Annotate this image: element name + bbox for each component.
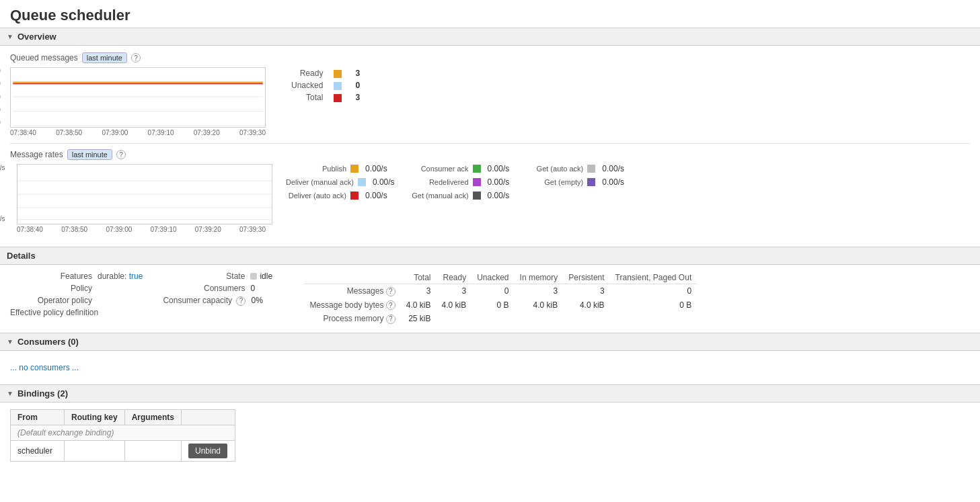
consumers-value: 0	[250, 284, 255, 293]
details-section-header[interactable]: Details	[0, 247, 980, 265]
bindings-routing-key-value	[65, 440, 125, 461]
messages-help-icon[interactable]: ?	[386, 287, 395, 296]
queued-messages-svg	[10, 67, 266, 128]
bindings-col-from: From	[11, 409, 65, 425]
rates-col-1: Publish 0.00/s Deliver (manual ack) 0.00…	[286, 164, 395, 200]
rates-get-manual: Get (manual ack) 0.00/s	[408, 191, 510, 200]
stats-col-ready: Ready	[436, 271, 472, 284]
consumer-capacity-help-icon[interactable]: ?	[236, 296, 246, 306]
state-row: State idle	[163, 271, 284, 281]
rates-col-2: Consumer ack 0.00/s Redelivered 0.00/s G…	[408, 164, 510, 200]
legend-unacked-value: 0	[350, 79, 365, 91]
consumers-section-header[interactable]: ▼ Consumers (0)	[0, 333, 980, 351]
stats-messages-inmemory: 3	[515, 284, 564, 298]
stats-col-total: Total	[401, 271, 437, 284]
rates-publish: Publish 0.00/s	[286, 164, 395, 173]
consumer-ack-color	[473, 165, 481, 173]
legend-ready-row: Ready 3	[286, 67, 365, 79]
message-rates-chart: 1.0 /s 0.0 /s 07:38:4007:38:5007:39:0007…	[10, 164, 266, 233]
effective-policy-row: Effective policy definition	[10, 308, 143, 317]
bindings-unbind-cell: Unbind	[182, 440, 235, 461]
consumer-capacity-row: Consumer capacity ? 0%	[163, 296, 284, 306]
bindings-section-header[interactable]: ▼ Bindings (2)	[0, 384, 980, 403]
rates-deliver-auto: Deliver (auto ack) 0.00/s	[286, 191, 395, 200]
message-rates-help-icon[interactable]: ?	[116, 150, 126, 159]
consumers-arrow-icon: ▼	[7, 338, 13, 345]
stats-col-unacked: Unacked	[472, 271, 514, 284]
message-rates-svg	[17, 164, 272, 224]
stats-col-transient: Transient, Paged Out	[610, 271, 698, 284]
bindings-arguments-value	[124, 440, 181, 461]
stats-messages-label: Messages ?	[304, 284, 400, 298]
msgbytes-help-icon[interactable]: ?	[386, 300, 395, 310]
queued-messages-legend: Ready 3 Unacked 0 Total 3	[286, 67, 365, 103]
bindings-default-row: (Default exchange binding)	[11, 425, 235, 440]
procmem-help-icon[interactable]: ?	[386, 315, 395, 324]
get-auto-color	[587, 165, 595, 173]
rates-legend: Publish 0.00/s Deliver (manual ack) 0.00…	[286, 164, 624, 200]
queued-messages-time-badge[interactable]: last minute	[82, 52, 127, 63]
legend-unacked-color	[328, 79, 350, 91]
bindings-content: From Routing key Arguments (Default exch…	[0, 403, 980, 468]
legend-total-value: 3	[350, 91, 365, 103]
consumers-row: Consumers 0	[163, 284, 284, 293]
stats-messages-ready: 3	[436, 284, 472, 298]
stats-messages-persistent: 3	[563, 284, 609, 298]
legend-total-color	[328, 91, 350, 103]
legend-ready-color	[328, 67, 350, 79]
features-row: Features durable: true	[10, 271, 143, 281]
stats-msgbytes-inmemory: 4.0 kiB	[515, 298, 564, 312]
legend-unacked-row: Unacked 0	[286, 79, 365, 91]
stats-procmem-ready	[436, 312, 472, 326]
state-indicator	[250, 273, 257, 280]
details-left-col: Features durable: true Policy Operator p…	[10, 271, 143, 320]
bindings-col-action	[182, 409, 235, 425]
queued-messages-row: 4.03.02.01.00.0 07:38:4007:38:5007:39:00…	[10, 67, 970, 136]
overview-section-header[interactable]: ▼ Overview	[0, 28, 980, 46]
deliver-manual-color	[358, 178, 366, 186]
no-consumers-text: ... no consumers ...	[10, 358, 970, 378]
redelivered-color	[473, 178, 481, 186]
stats-msgbytes-persistent: 4.0 kiB	[563, 298, 609, 312]
bindings-arrow-icon: ▼	[7, 390, 13, 397]
queued-messages-help-icon[interactable]: ?	[131, 53, 141, 62]
overview-section-label: Overview	[17, 32, 56, 42]
stats-msgbytes-row: Message body bytes ? 4.0 kiB 4.0 kiB 0 B…	[304, 298, 697, 312]
stats-col-persistent: Persistent	[563, 271, 609, 284]
message-rates-row: 1.0 /s 0.0 /s 07:38:4007:38:5007:39:0007…	[10, 164, 970, 233]
stats-messages-row: Messages ? 3 3 0 3 3 0	[304, 284, 697, 298]
bindings-default-text: (Default exchange binding)	[11, 425, 235, 440]
stats-col-row-label	[304, 271, 400, 284]
rates-redelivered: Redelivered 0.00/s	[408, 177, 510, 187]
queued-messages-x-labels: 07:38:4007:38:5007:39:0007:39:1007:39:20…	[10, 129, 266, 136]
bindings-col-routing-key: Routing key	[65, 409, 125, 425]
details-stats-col: Total Ready Unacked In memory Persistent…	[304, 271, 697, 326]
queued-messages-chart: 4.03.02.01.00.0 07:38:4007:38:5007:39:00…	[10, 67, 266, 136]
features-value: durable: true	[98, 271, 143, 281]
bindings-header-row: From Routing key Arguments	[11, 409, 235, 425]
policy-row: Policy	[10, 284, 143, 293]
effective-policy-label: Effective policy definition	[10, 308, 104, 317]
bindings-scheduler-row: scheduler Unbind	[11, 440, 235, 461]
bindings-section-label: Bindings (2)	[17, 388, 68, 399]
stats-msgbytes-ready: 4.0 kiB	[436, 298, 472, 312]
stats-procmem-row: Process memory ? 25 kiB	[304, 312, 697, 326]
unbind-button[interactable]: Unbind	[188, 444, 227, 458]
operator-policy-label: Operator policy	[10, 296, 98, 305]
consumers-section-label: Consumers (0)	[17, 337, 79, 347]
consumers-content: ... no consumers ...	[0, 351, 980, 384]
bindings-table: From Routing key Arguments (Default exch…	[10, 409, 235, 462]
stats-procmem-unacked	[472, 312, 514, 326]
consumer-capacity-label: Consumer capacity ?	[163, 296, 251, 306]
stats-procmem-inmemory	[515, 312, 564, 326]
message-rates-time-badge[interactable]: last minute	[67, 149, 112, 160]
stats-msgbytes-total: 4.0 kiB	[401, 298, 437, 312]
queued-messages-y-labels: 4.03.02.01.00.0	[0, 67, 1, 128]
rates-consumer-ack: Consumer ack 0.00/s	[408, 164, 510, 173]
policy-label: Policy	[10, 284, 98, 293]
legend-ready-value: 3	[350, 67, 365, 79]
details-section-label: Details	[7, 251, 36, 261]
get-empty-color	[587, 178, 595, 186]
stats-messages-total: 3	[401, 284, 437, 298]
rates-col-3: Get (auto ack) 0.00/s Get (empty) 0.00/s	[523, 164, 624, 187]
